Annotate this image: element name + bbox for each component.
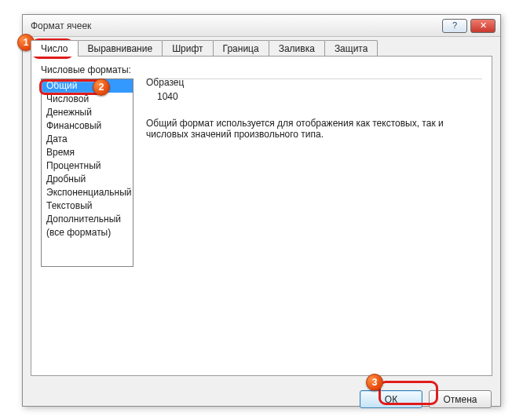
list-item[interactable]: Финансовый <box>42 119 133 133</box>
question-icon: ? <box>452 21 457 30</box>
sample-value: 1040 <box>146 89 482 105</box>
tab-border[interactable]: Граница <box>213 40 269 57</box>
ok-button[interactable]: ОК <box>360 390 422 408</box>
list-item[interactable]: Общий <box>42 79 133 93</box>
help-button[interactable]: ? <box>442 19 467 33</box>
close-button[interactable]: ✕ <box>470 19 496 33</box>
titlebar: Формат ячеек ? ✕ <box>23 15 500 37</box>
window-title: Формат ячеек <box>31 20 439 31</box>
tab-panel-number: Числовые форматы: Общий Числовой Денежны… <box>31 56 492 376</box>
list-item[interactable]: Время <box>42 146 133 159</box>
list-item[interactable]: Процентный <box>42 159 133 173</box>
tab-font[interactable]: Шрифт <box>162 40 213 57</box>
list-item[interactable]: Дробный <box>42 173 133 186</box>
format-details: Образец 1040 Общий формат используется д… <box>146 79 482 140</box>
list-item[interactable]: Текстовый <box>42 199 133 213</box>
list-item[interactable]: Дополнительный <box>42 213 133 226</box>
list-item[interactable]: Дата <box>42 133 133 146</box>
dialog-button-row: ОК Отмена <box>360 390 492 408</box>
format-description: Общий формат используется для отображени… <box>146 118 482 140</box>
tab-strip: Число Выравнивание Шрифт Граница Заливка… <box>31 37 492 56</box>
sample-group: Образец 1040 <box>146 79 482 110</box>
format-cells-dialog: Формат ячеек ? ✕ Число Выравнивание Шриф… <box>22 14 501 407</box>
list-item[interactable]: Числовой <box>42 93 133 106</box>
list-item[interactable]: Экспоненциальный <box>42 186 133 199</box>
list-item[interactable]: (все форматы) <box>42 226 133 239</box>
tab-protection[interactable]: Защита <box>324 40 379 57</box>
list-item[interactable]: Денежный <box>42 106 133 119</box>
tab-fill[interactable]: Заливка <box>269 40 325 57</box>
ok-button-label: ОК <box>385 394 397 405</box>
tab-number[interactable]: Число <box>31 40 79 57</box>
category-listbox[interactable]: Общий Числовой Денежный Финансовый Дата … <box>41 79 133 267</box>
cancel-button[interactable]: Отмена <box>429 390 492 408</box>
tab-alignment[interactable]: Выравнивание <box>78 40 163 57</box>
cancel-button-label: Отмена <box>443 394 477 405</box>
category-list-label: Числовые форматы: <box>41 64 482 75</box>
dialog-body: Число Выравнивание Шрифт Граница Заливка… <box>31 37 492 398</box>
close-icon: ✕ <box>480 21 487 30</box>
sample-caption: Образец <box>146 77 482 88</box>
